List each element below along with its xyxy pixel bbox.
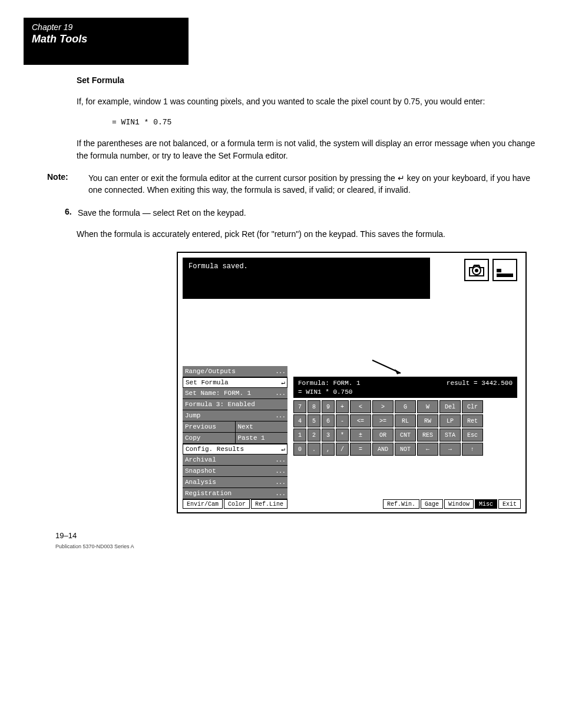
formula-title: Formula: FORM. 1	[298, 379, 361, 387]
key-not[interactable]: NOT	[395, 443, 416, 456]
pointer-arrow	[371, 359, 406, 377]
key-clr[interactable]: Clr	[462, 400, 483, 413]
tab-gage[interactable]: Gage	[421, 499, 443, 509]
key-and[interactable]: AND	[372, 443, 394, 456]
step-number: 6.	[65, 207, 78, 219]
page-number: 19–14	[55, 531, 538, 540]
key-↑[interactable]: ↑	[462, 443, 483, 456]
key-←[interactable]: ←	[417, 443, 438, 456]
key-w[interactable]: W	[417, 400, 438, 413]
svg-point-1	[475, 269, 478, 272]
note-text: You can enter or exit the formula editor…	[88, 172, 538, 196]
key-rw[interactable]: RW	[417, 414, 438, 427]
key-g[interactable]: G	[395, 400, 416, 413]
key-0[interactable]: 0	[293, 443, 306, 456]
key-res[interactable]: RES	[417, 429, 438, 442]
key-rl[interactable]: RL	[395, 414, 416, 427]
key-→[interactable]: →	[439, 443, 461, 456]
key-+[interactable]: +	[336, 400, 349, 413]
menu-item[interactable]: Range/Outputs...	[183, 366, 287, 377]
svg-marker-3	[395, 369, 401, 374]
key-6[interactable]: 6	[322, 414, 335, 427]
note-label: Note:	[47, 172, 77, 196]
menu-item[interactable]: Registration...	[183, 488, 287, 499]
formula-panel: Formula: FORM. 1 result = 3442.500 = WIN…	[293, 377, 517, 456]
screenshot: Formula saved. Range/Outputs...Set Formu…	[177, 252, 527, 513]
menu-item[interactable]: Formula 3: Enabled	[183, 399, 287, 410]
tab-exit[interactable]: Exit	[498, 499, 521, 509]
key-<=[interactable]: <=	[350, 414, 371, 427]
key-esc[interactable]: Esc	[462, 429, 483, 442]
key--[interactable]: -	[336, 414, 349, 427]
chapter-number: Chapter 19	[32, 22, 180, 32]
key-=[interactable]: =	[350, 443, 371, 456]
key-9[interactable]: 9	[322, 400, 335, 413]
menu-item[interactable]: Analysis...	[183, 477, 287, 488]
formula-result: result = 3442.500	[447, 379, 513, 387]
set-formula-label: Set Formula	[77, 75, 124, 85]
menu-item[interactable]: Set Name: FORM. 1...	[183, 388, 287, 399]
paragraph-1: If, for example, window 1 was counting p…	[77, 95, 538, 107]
key-4[interactable]: 4	[293, 414, 306, 427]
paragraph-2: If the parentheses are not balanced, or …	[77, 137, 538, 162]
key-,[interactable]: ,	[322, 443, 335, 456]
menu-item[interactable]: Jump...	[183, 410, 287, 421]
key-3[interactable]: 3	[322, 429, 335, 442]
key-2[interactable]: 2	[308, 429, 320, 442]
menu-item[interactable]: Set Formula↵	[183, 377, 287, 388]
side-menu: Range/Outputs...Set Formula↵Set Name: FO…	[183, 366, 287, 499]
key-sta[interactable]: STA	[439, 429, 461, 442]
message-text: Formula saved.	[189, 262, 248, 271]
key-/[interactable]: /	[336, 443, 349, 456]
key-lp[interactable]: LP	[439, 414, 461, 427]
menu-item[interactable]: Archival...	[183, 454, 287, 466]
key-<[interactable]: <	[350, 400, 371, 413]
key-*[interactable]: *	[336, 429, 349, 442]
key-7[interactable]: 7	[293, 400, 306, 413]
tab-refline[interactable]: Ref.Line	[251, 499, 287, 509]
menu-item-split[interactable]: PreviousNext	[183, 421, 287, 433]
formula-example: = WIN1 * 0.75	[112, 117, 538, 129]
tab-misc[interactable]: Misc	[475, 499, 497, 509]
bottom-tabs: Envir/CamColorRef.LineRef.Win.GageWindow…	[183, 499, 521, 509]
formula-body: = WIN1 * 0.750	[298, 388, 513, 396]
key-1[interactable]: 1	[293, 429, 306, 442]
chapter-header: Chapter 19 Math Tools	[24, 18, 189, 65]
message-bar: Formula saved.	[183, 258, 430, 299]
key->=[interactable]: >=	[372, 414, 394, 427]
key->[interactable]: >	[372, 400, 394, 413]
chapter-title: Math Tools	[32, 33, 180, 45]
tab-window[interactable]: Window	[444, 499, 474, 509]
tab-refwin[interactable]: Ref.Win.	[383, 499, 419, 509]
tab-envircam[interactable]: Envir/Cam	[183, 499, 223, 509]
menu-item[interactable]: Config. Results↵	[183, 444, 287, 454]
key-or[interactable]: OR	[372, 429, 394, 442]
key-del[interactable]: Del	[439, 400, 461, 413]
step-text: Save the formula — select Ret on the key…	[78, 207, 538, 219]
key-5[interactable]: 5	[308, 414, 320, 427]
tab-color[interactable]: Color	[224, 499, 250, 509]
key-±[interactable]: ±	[350, 429, 371, 442]
key-8[interactable]: 8	[308, 400, 320, 413]
paragraph-3: When the formula is accurately entered, …	[77, 228, 538, 240]
camera-icon[interactable]	[464, 259, 489, 281]
key-ret[interactable]: Ret	[462, 414, 483, 427]
footer-meta: Publication 5370-ND003 Series A	[55, 543, 538, 549]
key-.[interactable]: .	[308, 443, 320, 456]
step-6: 6. Save the formula — select Ret on the …	[65, 207, 538, 219]
keypad: 789+<>GWDelClr456-<=>=RLRWLPRet123*±ORCN…	[293, 400, 517, 456]
note-block: Note: You can enter or exit the formula …	[47, 172, 538, 196]
key-cnt[interactable]: CNT	[395, 429, 416, 442]
menu-item-split[interactable]: CopyPaste 1	[183, 433, 287, 444]
menu-item[interactable]: Snapshot...	[183, 466, 287, 477]
bars-icon[interactable]	[492, 259, 517, 281]
